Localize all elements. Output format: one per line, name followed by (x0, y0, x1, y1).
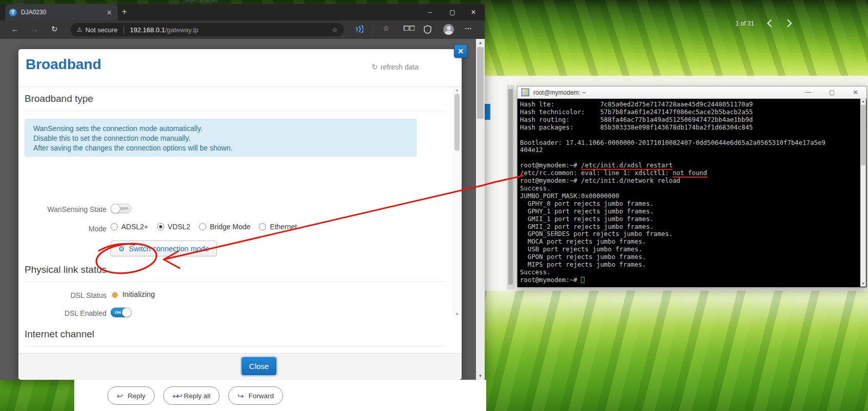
browser-toolbar: ← → ↻ ⚠ Not secure | 192.168.0.1 /gatewa… (0, 20, 485, 39)
terminal-line: MOCA port rejects jumbo frames. (520, 238, 858, 246)
mode-option[interactable]: ADSL2+ (111, 223, 148, 231)
url-path[interactable]: /gateway.lp (165, 26, 198, 34)
mode-option[interactable]: VDSL2 (157, 223, 190, 231)
window-maximize-icon[interactable]: ▢ (441, 4, 464, 20)
terminal-line (520, 132, 858, 139)
forward-icon[interactable]: → (31, 25, 38, 33)
warning-icon: ⚠ (77, 26, 82, 33)
radio-selected-icon[interactable] (157, 223, 164, 230)
photo-counter: 1 of 31 (735, 20, 754, 27)
terminal-text: MIPS port rejects jumbo frames. (520, 261, 646, 268)
refresh-icon[interactable]: ↻ (51, 25, 58, 34)
reply-button[interactable]: ↩Reply (107, 386, 155, 405)
terminal-text: GMII_1 port rejects jumbo frames. (520, 215, 654, 223)
terminal-line (520, 154, 858, 162)
putty-minimize-icon[interactable]: — (805, 89, 811, 96)
terminal-line: Hash technicolor: 57b7b8faa6f1e247147f08… (520, 109, 858, 116)
terminal-scrollbar[interactable]: ▲ ▼ (860, 99, 866, 287)
gear-icon: ⚙ (118, 245, 125, 253)
modal-scroll-thumb[interactable] (454, 94, 460, 151)
wansensing-toggle[interactable]: OFF (111, 204, 132, 213)
scroll-up-icon[interactable]: ▲ (476, 39, 485, 47)
refresh-data-icon: ↻ (372, 62, 378, 71)
mode-option-label: Bridge Mode (210, 223, 250, 231)
new-tab-button[interactable]: + (122, 7, 127, 17)
putty-titlebar[interactable]: root@mymodem: ~ — ▢ ✕ (517, 86, 866, 99)
favorites-icon[interactable]: ☆ (383, 24, 389, 32)
terminal-line: GPON_SERDES port rejects jumbo frames. (520, 230, 858, 238)
reply-all-button[interactable]: ↩↩Reply all (163, 386, 220, 405)
shield-icon[interactable] (424, 25, 431, 34)
terminal-screen[interactable]: Hash lte: 7c85a0ed2d75e7174728aae45d9c24… (518, 99, 860, 287)
not-secure-label[interactable]: Not secure (85, 26, 118, 34)
profile-avatar[interactable] (443, 24, 454, 35)
browser-scroll-thumb[interactable] (477, 47, 484, 119)
refresh-data-button[interactable]: ↻refresh data (372, 62, 419, 72)
terminal-cursor (581, 277, 584, 283)
terminal-text: Success. (520, 184, 551, 192)
terminal-text: Hash lte: 7c85a0ed2d75e7174728aae45d9c24… (520, 100, 753, 108)
modal-body: Broadband type WanSensing sets the conne… (18, 87, 462, 353)
window-minimize-icon[interactable]: – (419, 4, 441, 20)
switch-connection-mode-button[interactable]: ⚙ Switch connection mode (111, 241, 217, 256)
section-divider (25, 111, 446, 111)
terminal-line: USB port rejects jumbo frames. (520, 246, 858, 253)
terminal-text: MOCA port rejects jumbo frames. (520, 237, 646, 245)
scroll-down-icon[interactable]: ▼ (454, 311, 460, 317)
section-divider (25, 282, 446, 282)
modal-scrollbar[interactable]: ▲ ▼ (453, 87, 460, 317)
terminal-line: root@mymodem:~# (520, 276, 858, 284)
add-favorite-icon[interactable]: ☆ (332, 26, 338, 34)
putty-close-icon[interactable]: ✕ (853, 89, 858, 96)
address-bar[interactable]: ⚠ Not secure | 192.168.0.1 /gateway.lp ☆ (71, 23, 344, 36)
gmail-logo: Gmail (15, 0, 39, 4)
dsl-enabled-label: DSL Enabled (25, 309, 106, 317)
radio-icon[interactable] (199, 223, 206, 230)
audio-playing-icon[interactable] (354, 25, 363, 33)
wansensing-label: WanSensing State (25, 205, 106, 213)
forward-button[interactable]: ↪Forward (228, 386, 283, 405)
status-orange-dot (112, 292, 118, 298)
scroll-up-icon[interactable]: ▲ (860, 99, 866, 104)
background-scrollbar (507, 85, 514, 290)
mode-label: Mode (25, 225, 106, 233)
window-close-icon[interactable]: ✕ (462, 4, 485, 20)
mode-option-label: VDSL2 (168, 223, 190, 231)
mode-option[interactable]: Ethernet (259, 223, 297, 231)
section-divider (25, 346, 446, 347)
close-button[interactable]: Close (242, 357, 276, 375)
section-broadband-type: Broadband type (25, 93, 93, 104)
terminal-line: GMII_2 port rejects jumbo frames. (520, 223, 858, 231)
terminal-line: Hash routing: 588fa46ac77b1a49ad51250694… (520, 116, 858, 124)
tab-dja0230[interactable]: T DJA0230 ✕ (5, 4, 118, 20)
terminal-text: GPHY_1 port rejects jumbo frames. (520, 207, 654, 215)
terminal-scroll-thumb[interactable] (861, 105, 865, 165)
scroll-down-icon[interactable]: ▼ (860, 281, 866, 287)
gmail-search-label: Search mail (182, 0, 218, 4)
reply-all-icon: ↩↩ (172, 392, 179, 400)
menu-icon[interactable]: ⋯ (465, 24, 472, 32)
terminal-text: USB port rejects jumbo frames. (520, 245, 642, 253)
putty-maximize-icon[interactable]: ▢ (829, 89, 835, 96)
back-icon[interactable]: ← (11, 25, 19, 33)
tab-bar: T DJA0230 ✕ + – ▢ ✕ (0, 4, 485, 20)
mode-option[interactable]: Bridge Mode (199, 223, 250, 231)
radio-icon[interactable] (259, 223, 266, 230)
scroll-up-icon[interactable]: ▲ (454, 87, 460, 93)
dsl-enabled-toggle[interactable]: ON (111, 308, 132, 317)
terminal-line: GPHY_1 port rejects jumbo frames. (520, 208, 858, 215)
terminal-text: GPHY_0 port rejects jumbo frames. (520, 200, 654, 207)
collections-icon[interactable]: ⧠⧠ (403, 24, 415, 33)
site-favicon: T (9, 9, 17, 16)
browser-scrollbar[interactable]: ▲ ▼ (476, 39, 485, 380)
terminal-text: root@mymodem:~# (520, 276, 581, 284)
modal-close-button[interactable]: ✕ (454, 45, 467, 58)
radio-icon[interactable] (111, 223, 118, 230)
scroll-down-icon[interactable]: ▼ (476, 372, 485, 380)
terminal-line: Hash lte: 7c85a0ed2d75e7174728aae45d9c24… (520, 101, 858, 109)
mode-options: ADSL2+VDSL2Bridge ModeEthernet (111, 223, 297, 231)
broadband-modal: Broadband ↻refresh data ✕ Broadband type… (18, 49, 462, 380)
gmail-window-strip: ↩Reply↩↩Reply all↪Forward (74, 380, 486, 411)
url-host[interactable]: 192.168.0.1 (130, 26, 165, 34)
tab-close-icon[interactable]: ✕ (105, 9, 114, 16)
